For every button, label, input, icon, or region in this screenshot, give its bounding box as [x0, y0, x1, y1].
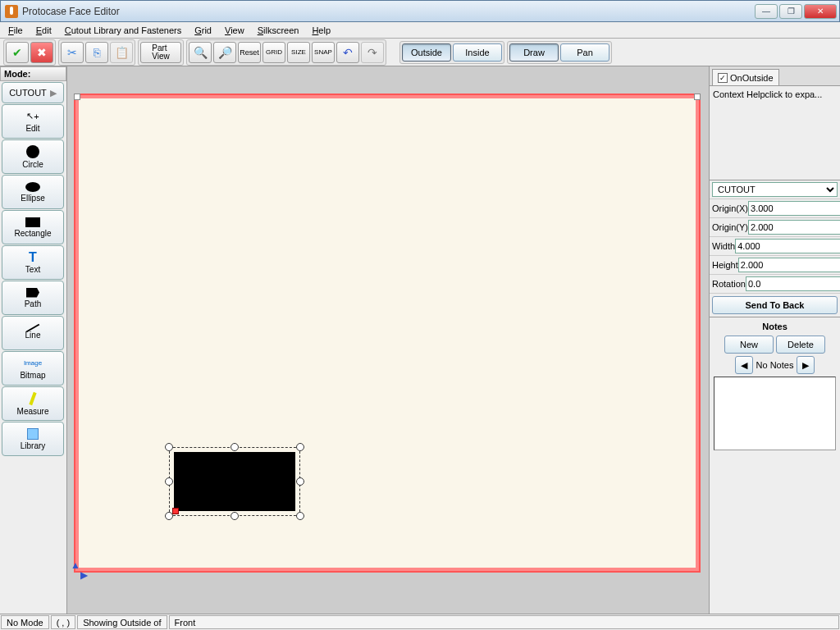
rectangle-icon [25, 217, 40, 227]
tool-text[interactable]: TText [2, 245, 64, 280]
zoom-reset-button[interactable]: Reset [238, 42, 261, 63]
undo-button[interactable]: ↶ [336, 42, 359, 63]
toolbar: ✔ ✖ ✂ ⎘ 📋 Part View 🔍 🔎 Reset GRID SIZE … [0, 39, 840, 66]
resize-handle[interactable] [296, 443, 304, 451]
redo-button[interactable]: ↷ [361, 42, 384, 63]
tool-circle[interactable]: Circle [2, 139, 64, 174]
prop-label: Rotation [712, 279, 746, 289]
selection-outline [169, 447, 300, 516]
prev-note-button[interactable]: ◀ [735, 356, 753, 374]
origin-marker [172, 508, 179, 514]
properties-panel: ✓ OnOutside Context Helpclick to expa...… [709, 66, 840, 614]
tool-path[interactable]: Path [2, 281, 64, 315]
delete-note-button[interactable]: Delete [776, 336, 825, 354]
cancel-button[interactable]: ✖ [30, 42, 53, 63]
resize-handle[interactable] [165, 477, 173, 486]
axis-origin-icon: ▶ [80, 569, 88, 581]
origin-x-input[interactable] [748, 201, 840, 216]
size-button[interactable]: SIZE [287, 42, 310, 63]
work-area: Mode: CUTOUT▶ ↖+Edit Circle Ellipse Rect… [0, 66, 840, 614]
outside-toggle[interactable]: Outside [402, 43, 451, 62]
tool-rectangle[interactable]: Rectangle [2, 210, 64, 244]
menu-view[interactable]: View [220, 24, 249, 37]
inside-toggle[interactable]: Inside [453, 43, 502, 62]
new-note-button[interactable]: New [724, 336, 774, 354]
resize-handle[interactable] [165, 443, 173, 451]
menu-file[interactable]: File [3, 24, 28, 37]
copy-button[interactable]: ⎘ [85, 42, 108, 63]
face-handle[interactable] [74, 94, 80, 100]
note-textarea[interactable] [714, 377, 836, 450]
menu-bar: File Edit Cutout Library and Fasteners G… [0, 22, 840, 39]
mode-panel: Mode: CUTOUT▶ ↖+Edit Circle Ellipse Rect… [0, 66, 67, 614]
title-bar: Protocase Face Editor — ❐ ✕ [0, 0, 840, 22]
selected-cutout[interactable] [169, 447, 300, 516]
prop-label: Origin(Y) [712, 222, 748, 232]
pan-toggle[interactable]: Pan [560, 43, 609, 62]
notes-section: Notes New Delete ◀ No Notes ▶ [710, 317, 840, 454]
ruler-icon [29, 391, 36, 404]
window-title: Protocase Face Editor [22, 6, 755, 17]
tool-measure[interactable]: Measure [2, 386, 64, 421]
accept-button[interactable]: ✔ [6, 42, 29, 63]
prop-label: Origin(X) [712, 203, 748, 213]
resize-handle[interactable] [231, 443, 239, 451]
canvas-area[interactable]: ▲ ▶ [67, 66, 709, 614]
checkbox-icon[interactable]: ✓ [718, 73, 728, 83]
library-icon [27, 428, 39, 440]
close-button[interactable]: ✕ [804, 4, 837, 19]
menu-edit[interactable]: Edit [31, 24, 57, 37]
next-note-button[interactable]: ▶ [797, 356, 815, 374]
text-icon: T [25, 252, 40, 263]
grid-button[interactable]: GRID [262, 42, 285, 63]
arrow-icon: ↖+ [25, 111, 40, 122]
part-view-button[interactable]: Part View [140, 42, 181, 63]
axis-origin-icon: ▲ [71, 559, 80, 571]
current-mode-button[interactable]: CUTOUT▶ [2, 82, 64, 103]
tool-line[interactable]: Line [2, 316, 64, 350]
maximize-button[interactable]: ❐ [779, 4, 802, 19]
resize-handle[interactable] [231, 512, 239, 520]
prop-label: Width [712, 241, 735, 251]
context-help[interactable]: Context Helpclick to expa... [710, 86, 840, 180]
rotation-input[interactable] [746, 276, 840, 291]
face-handle[interactable] [694, 94, 701, 100]
menu-cutout[interactable]: Cutout Library and Fasteners [60, 24, 186, 37]
image-icon: Image [25, 358, 40, 369]
cut-button[interactable]: ✂ [61, 42, 84, 63]
notes-status: No Notes [756, 360, 794, 370]
status-showing: Showing Outside of [77, 615, 167, 629]
tool-ellipse[interactable]: Ellipse [2, 175, 64, 209]
paste-button[interactable]: 📋 [110, 42, 133, 63]
status-face: Front [169, 615, 839, 629]
menu-silkscreen[interactable]: Silkscreen [253, 24, 304, 37]
menu-grid[interactable]: Grid [189, 24, 217, 37]
zoom-in-button[interactable]: 🔍 [189, 42, 212, 63]
onoutside-tab[interactable]: ✓ OnOutside [712, 69, 779, 85]
resize-handle[interactable] [296, 512, 304, 520]
menu-help[interactable]: Help [307, 24, 336, 37]
ellipse-icon [25, 182, 40, 192]
origin-y-input[interactable] [748, 220, 840, 235]
tool-library[interactable]: Library [2, 422, 64, 456]
draw-toggle[interactable]: Draw [509, 43, 559, 62]
snap-button[interactable]: SNAP [312, 42, 335, 63]
face-surface[interactable]: ▲ ▶ [75, 95, 699, 571]
status-bar: No Mode ( , ) Showing Outside of Front [0, 614, 840, 630]
object-type-select[interactable]: CUTOUT [712, 182, 838, 197]
minimize-button[interactable]: — [755, 4, 778, 19]
tool-edit[interactable]: ↖+Edit [2, 104, 64, 139]
status-coords: ( , ) [51, 615, 76, 629]
height-input[interactable] [738, 258, 840, 272]
width-input[interactable] [735, 239, 840, 253]
path-icon [26, 288, 39, 298]
mode-label: Mode: [0, 66, 66, 81]
zoom-out-button[interactable]: 🔎 [213, 42, 236, 63]
notes-header: Notes [712, 320, 838, 333]
chevron-right-icon: ▶ [50, 88, 57, 98]
resize-handle[interactable] [296, 477, 304, 486]
send-to-back-button[interactable]: Send To Back [712, 296, 838, 314]
status-mode: No Mode [1, 615, 49, 629]
tool-bitmap[interactable]: ImageBitmap [2, 351, 64, 386]
prop-label: Height [712, 260, 738, 270]
